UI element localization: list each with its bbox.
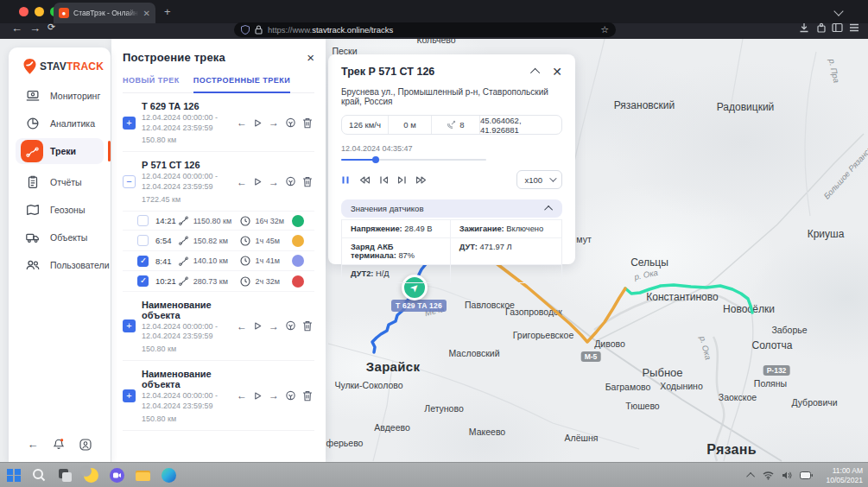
- browser-tabstrip: ● СтавТрэк - Онлайн мониторин ✕ +: [0, 0, 868, 23]
- collapse-chevron-icon[interactable]: [530, 68, 540, 78]
- altitude-value: 0 м: [389, 116, 432, 134]
- taskbar-search-icon[interactable]: [32, 468, 47, 483]
- reload-button[interactable]: ⟳: [48, 22, 55, 33]
- stavtrack-logo[interactable]: STAVTRACK: [22, 58, 104, 75]
- start-button[interactable]: [7, 469, 21, 483]
- taskbar-clock[interactable]: 11:00 AM 10/05/2021: [826, 466, 863, 484]
- sidebar-item-tracks[interactable]: Треки: [16, 138, 104, 164]
- tab-new-track[interactable]: НОВЫЙ ТРЕК: [123, 76, 180, 92]
- step-back-button[interactable]: ←: [237, 117, 247, 128]
- route-icon: [178, 215, 189, 226]
- locate-on-map-button[interactable]: [285, 390, 296, 402]
- step-forward-button[interactable]: →: [269, 321, 279, 332]
- pause-button[interactable]: [341, 175, 350, 185]
- video-chat-app-icon[interactable]: [110, 468, 124, 483]
- step-forward-button[interactable]: →: [269, 390, 279, 401]
- downloads-icon[interactable]: [799, 22, 809, 33]
- window-chevron-icon[interactable]: [833, 6, 843, 16]
- track-item[interactable]: + Наименование объекта 12.04.2024 00:00:…: [123, 361, 314, 430]
- next-point-button[interactable]: [397, 175, 407, 185]
- moon-app-icon[interactable]: [84, 468, 98, 483]
- url-bar[interactable]: https://www.stavtrack.online/tracks ☆: [234, 22, 616, 37]
- locate-on-map-button[interactable]: [285, 176, 296, 187]
- segment-checkbox[interactable]: [137, 275, 149, 287]
- play-track-button[interactable]: [253, 321, 263, 331]
- segment-row[interactable]: 6:54 150.82 км 1ч 45м: [123, 231, 314, 251]
- tab-built-tracks[interactable]: ПОСТРОЕННЫЕ ТРЕКИ: [193, 76, 290, 93]
- delete-track-button[interactable]: [302, 176, 313, 187]
- bookmark-star-icon[interactable]: ☆: [600, 24, 609, 35]
- step-back-button[interactable]: ←: [237, 177, 247, 187]
- battery-icon[interactable]: [800, 471, 813, 479]
- expand-plus-icon[interactable]: +: [123, 389, 136, 402]
- speaker-icon[interactable]: [782, 471, 792, 480]
- sidebar-item-label: Пользователи: [50, 260, 110, 270]
- segment-checkbox[interactable]: [137, 256, 149, 267]
- window-close-button[interactable]: [19, 7, 29, 16]
- segment-row[interactable]: 10:21 280.73 км 2ч 32м: [123, 271, 314, 292]
- segment-row[interactable]: 8:41 140.10 км 1ч 41м: [123, 251, 314, 272]
- playback-slider[interactable]: [341, 156, 486, 163]
- forward-button[interactable]: →: [29, 22, 41, 35]
- play-track-button[interactable]: [253, 118, 263, 128]
- sidebar-item-monitoring[interactable]: Мониторинг: [16, 83, 104, 109]
- delete-track-button[interactable]: [302, 390, 313, 402]
- track-distance: 150.80 км: [142, 414, 237, 423]
- task-view-icon[interactable]: [58, 468, 73, 483]
- tracking-shield-icon[interactable]: [241, 25, 250, 35]
- track-distance: 150.80 км: [142, 136, 237, 144]
- step-back-button[interactable]: ←: [237, 321, 247, 332]
- fast-rewind-button[interactable]: [358, 175, 371, 185]
- url-text: https://www.stavtrack.online/tracks: [268, 25, 393, 35]
- collapse-minus-icon[interactable]: −: [123, 175, 136, 188]
- lock-icon[interactable]: [255, 25, 263, 35]
- browser-tab[interactable]: ● СтавТрэк - Онлайн мониторин ✕: [54, 3, 155, 23]
- vehicle-plate-badge: Т 629 ТА 126: [391, 300, 447, 312]
- segment-checkbox[interactable]: [137, 235, 149, 246]
- locate-on-map-button[interactable]: [285, 320, 296, 332]
- sidebar-item-objects[interactable]: Объекты: [16, 225, 104, 250]
- sensors-header[interactable]: Значения датчиков: [341, 199, 562, 218]
- sidebar-item-users[interactable]: Пользователи: [16, 252, 104, 278]
- window-minimize-button[interactable]: [35, 7, 44, 16]
- track-item[interactable]: + Т 629 ТА 126 12.04.2024 00:00:00 - 12.…: [123, 93, 314, 152]
- track-item[interactable]: − Р 571 СТ 126 12.04.2024 00:00:00 - 12.…: [123, 152, 314, 210]
- play-track-button[interactable]: [253, 177, 263, 187]
- previous-point-button[interactable]: [379, 175, 389, 185]
- tray-chevron-icon[interactable]: [746, 472, 755, 481]
- segment-checkbox[interactable]: [137, 215, 149, 226]
- slider-handle[interactable]: [372, 156, 379, 163]
- track-item[interactable]: + Наименование объекта 12.04.2024 00:00:…: [123, 292, 314, 361]
- sidebar-item-geozones[interactable]: Геозоны: [16, 197, 104, 223]
- profile-icon[interactable]: [79, 438, 92, 452]
- panel-title: Построение трека: [123, 51, 225, 64]
- sidebar-toggle-icon[interactable]: [832, 22, 843, 33]
- menu-hamburger-icon[interactable]: [849, 22, 859, 33]
- extensions-puzzle-icon[interactable]: [816, 22, 827, 33]
- step-back-button[interactable]: ←: [237, 390, 247, 401]
- edge-browser-icon[interactable]: [162, 468, 176, 483]
- step-forward-button[interactable]: →: [269, 117, 279, 128]
- playback-speed-select[interactable]: x100: [516, 170, 562, 189]
- sidebar-item-reports[interactable]: Отчёты: [16, 169, 104, 195]
- notifications-bell-icon[interactable]: [52, 437, 66, 452]
- delete-track-button[interactable]: [302, 117, 313, 129]
- detail-close-icon[interactable]: ✕: [552, 66, 562, 78]
- back-button[interactable]: ←: [11, 22, 22, 35]
- collapse-sidebar-button[interactable]: ←: [28, 438, 39, 451]
- play-track-button[interactable]: [253, 391, 263, 401]
- sidebar-item-analytics[interactable]: Аналитика: [16, 111, 104, 136]
- panel-close-icon[interactable]: ×: [307, 51, 314, 64]
- file-explorer-icon[interactable]: [136, 468, 150, 483]
- fast-forward-button[interactable]: [415, 175, 428, 185]
- expand-plus-icon[interactable]: +: [123, 319, 136, 332]
- segment-row[interactable]: 14:21 1150.80 км 16ч 32м: [123, 211, 314, 231]
- step-forward-button[interactable]: →: [269, 177, 279, 187]
- new-tab-button[interactable]: +: [164, 7, 171, 16]
- wifi-icon[interactable]: [763, 471, 774, 480]
- delete-track-button[interactable]: [302, 320, 313, 332]
- expand-plus-icon[interactable]: +: [123, 117, 136, 130]
- sensor-cell: Зажигание: Включено: [451, 219, 561, 237]
- tab-close-icon[interactable]: ✕: [143, 9, 150, 18]
- locate-on-map-button[interactable]: [285, 117, 296, 129]
